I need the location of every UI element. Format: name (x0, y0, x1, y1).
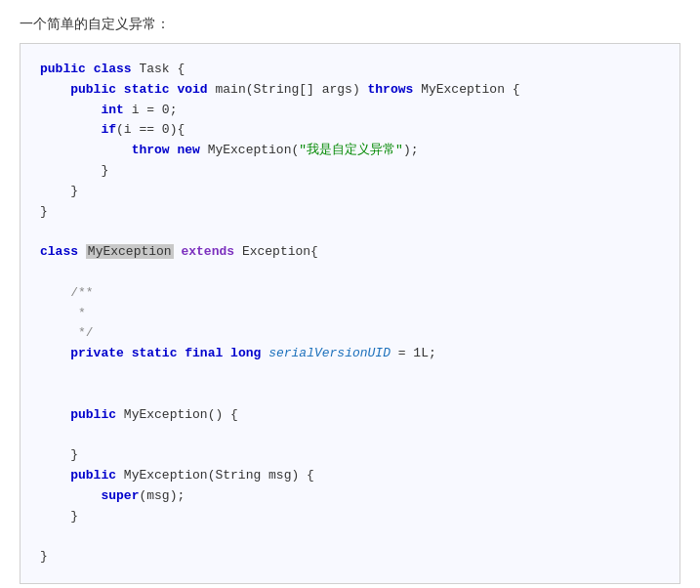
code-line-blank-1 (40, 222, 660, 242)
code-line-blank-2 (40, 263, 660, 283)
code-line-blank-5 (40, 425, 660, 445)
code-line-constructor2: public MyException(String msg) { (40, 466, 660, 486)
code-line-comment-1: /** (40, 283, 660, 304)
code-line-comment-2: * (40, 304, 660, 324)
code-line-1: public class Task { (40, 60, 660, 80)
code-line-constructor1: public MyException() { (40, 405, 660, 426)
code-line-4: if(i == 0){ (40, 120, 660, 141)
code-line-comment-3: */ (40, 323, 660, 344)
code-line-close-3: } (40, 547, 660, 567)
code-line-6: } (40, 161, 660, 182)
code-line-8: } (40, 202, 660, 223)
code-line-close-1: } (40, 445, 660, 466)
intro-text: 一个简单的自定义异常： (20, 16, 680, 33)
code-line-2: public static void main(String[] args) t… (40, 80, 660, 101)
code-line-3: int i = 0; (40, 101, 660, 121)
code-line-7: } (40, 182, 660, 202)
code-container: public class Task { public static void m… (20, 43, 680, 584)
code-line-close-2: } (40, 507, 660, 527)
code-line-blank-3 (40, 364, 660, 385)
code-line-super: super(msg); (40, 486, 660, 507)
code-line-serial: private static final long serialVersionU… (40, 344, 660, 364)
code-line-5: throw new MyException("我是自定义异常"); (40, 141, 660, 161)
code-line-10: class MyException extends Exception{ (40, 242, 660, 263)
code-line-blank-4 (40, 385, 660, 405)
code-line-blank-6 (40, 526, 660, 547)
